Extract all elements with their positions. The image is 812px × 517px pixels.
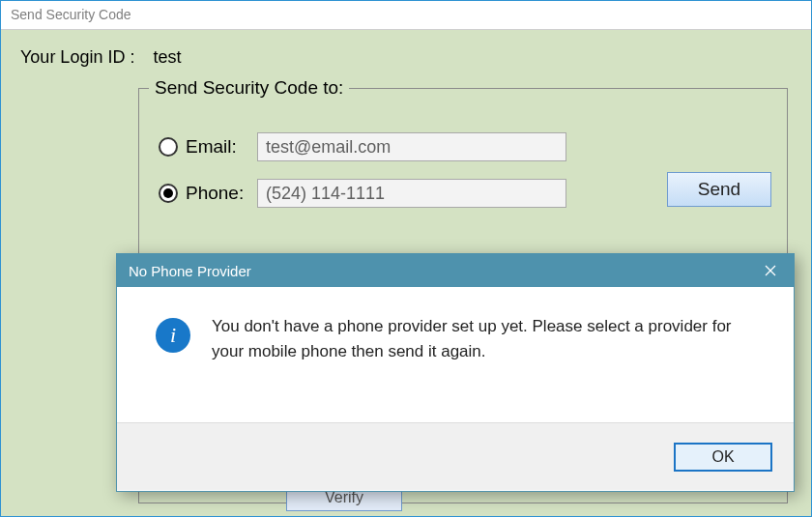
radio-selected-dot [163,188,173,198]
dialog-title: No Phone Provider [129,263,251,279]
email-radio-label[interactable]: Email: [186,136,257,158]
send-button[interactable]: Send [667,172,771,207]
login-id-label: Your Login ID : [20,47,134,67]
dialog-body: i You don't have a phone provider set up… [117,287,794,422]
login-id-value: test [153,47,181,67]
window-titlebar: Send Security Code [1,1,811,30]
phone-radio[interactable] [159,184,178,203]
dialog-close-button[interactable] [747,254,794,287]
email-row: Email: test@email.com [159,132,768,161]
dialog-titlebar: No Phone Provider [117,254,794,287]
no-phone-provider-dialog: No Phone Provider i You don't have a pho… [116,253,795,492]
email-field[interactable]: test@email.com [257,132,566,161]
ok-button[interactable]: OK [674,443,772,472]
login-row: Your Login ID : test [20,47,792,68]
phone-radio-label[interactable]: Phone: [186,183,257,204]
groupbox-legend: Send Security Code to: [149,77,349,99]
dialog-message: You don't have a phone provider set up y… [212,314,753,413]
window-title: Send Security Code [11,7,131,22]
info-icon: i [156,318,190,353]
email-radio[interactable] [159,137,178,157]
dialog-footer: OK [117,422,794,490]
phone-field[interactable]: (524) 114-1111 [257,179,566,208]
close-icon [765,265,776,276]
